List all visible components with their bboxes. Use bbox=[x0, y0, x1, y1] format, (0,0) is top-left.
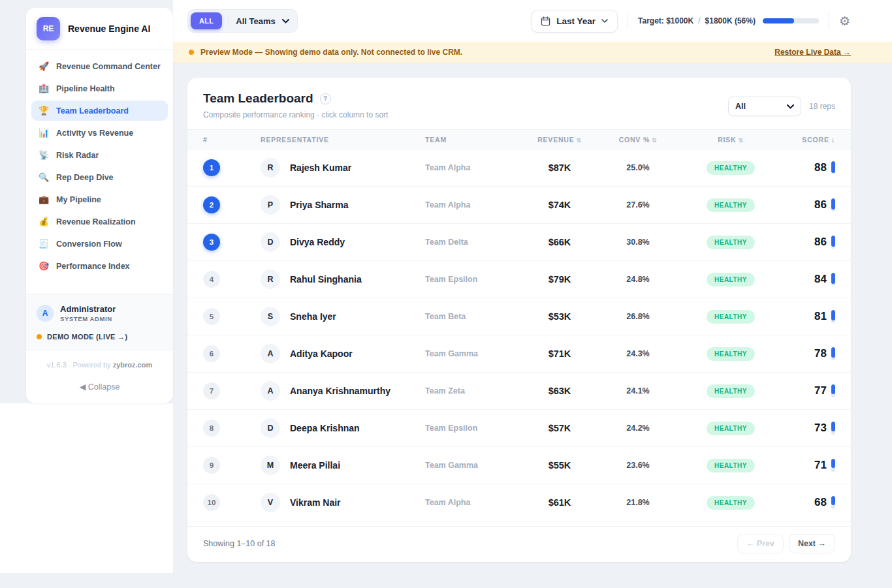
conv-value: 24.8% bbox=[596, 275, 680, 284]
leaderboard-row[interactable]: 4 R Rahul Singhania Team Epsilon $79K 24… bbox=[187, 261, 851, 298]
target-progress-bar bbox=[763, 18, 819, 23]
column-header-revenue[interactable]: REVENUE⇅ bbox=[523, 136, 596, 144]
next-page-button[interactable]: Next → bbox=[789, 534, 835, 553]
sidebar-item-risk-radar[interactable]: 📡 Risk Radar bbox=[31, 145, 168, 165]
version-info: v1.6.3 · Powered by zybroz.com bbox=[26, 350, 173, 371]
rank-badge: 10 bbox=[203, 494, 220, 511]
target-current: Target: $1000K bbox=[638, 16, 693, 25]
nav-item-label: Performance Index bbox=[56, 262, 130, 271]
sidebar-item-conversion-flow[interactable]: 🧾 Conversion Flow bbox=[31, 234, 168, 254]
rep-avatar: M bbox=[261, 456, 280, 475]
leaderboard-row[interactable]: 2 P Priya Sharma Team Alpha $74K 27.6% H… bbox=[187, 187, 851, 224]
card-header: Team Leaderboard ? Composite performance… bbox=[187, 78, 851, 129]
conv-value: 27.6% bbox=[596, 200, 680, 209]
gear-icon[interactable]: ⚙ bbox=[839, 15, 850, 27]
score-value: 73 bbox=[814, 422, 827, 435]
leaderboard-row[interactable]: 1 R Rajesh Kumar Team Alpha $87K 25.0% H… bbox=[187, 149, 851, 187]
risk-filter-value: All bbox=[735, 102, 746, 111]
column-header-representative[interactable]: REPRESENTATIVE bbox=[261, 136, 425, 144]
risk-filter-select[interactable]: All bbox=[728, 97, 801, 116]
nav-item-icon: 🏆 bbox=[38, 106, 50, 116]
team-name: Team Epsilon bbox=[425, 424, 523, 433]
target-summary: Target: $1000K / $1800K (56%) bbox=[638, 16, 819, 25]
leaderboard-row[interactable]: 7 A Ananya Krishnamurthy Team Zeta $63K … bbox=[187, 373, 851, 410]
main-area: ALL All Teams Last Year Target: $1000K /… bbox=[173, 0, 892, 573]
rank-badge: 9 bbox=[203, 457, 220, 474]
conv-value: 21.8% bbox=[596, 498, 680, 507]
team-filter-dropdown[interactable]: ALL All Teams bbox=[187, 9, 298, 33]
team-filter-label: All Teams bbox=[236, 16, 275, 26]
card-subtitle: Composite performance ranking · click co… bbox=[203, 110, 388, 119]
leaderboard-row[interactable]: 8 D Deepa Krishnan Team Epsilon $57K 24.… bbox=[187, 410, 851, 447]
conv-value: 24.2% bbox=[596, 424, 680, 433]
revenue-value: $61K bbox=[523, 497, 596, 508]
rep-avatar: A bbox=[261, 344, 280, 364]
chevron-down-icon bbox=[282, 19, 289, 23]
chevron-down-icon bbox=[601, 19, 608, 23]
banner-message: Preview Mode — Showing demo data only. N… bbox=[200, 48, 462, 57]
calendar-icon bbox=[541, 16, 550, 26]
collapse-sidebar-button[interactable]: ◀ Collapse bbox=[26, 371, 173, 403]
sidebar-item-my-pipeline[interactable]: 💼 My Pipeline bbox=[31, 189, 168, 209]
score-bar bbox=[831, 161, 835, 174]
leaderboard-row[interactable]: 6 A Aditya Kapoor Team Gamma $71K 24.3% … bbox=[187, 335, 851, 373]
user-profile[interactable]: A Administrator SYSTEM ADMIN bbox=[26, 295, 173, 328]
leaderboard-row[interactable]: 5 S Sneha Iyer Team Beta $53K 26.8% HEAL… bbox=[187, 298, 851, 335]
score-bar bbox=[831, 273, 835, 286]
score-value: 78 bbox=[814, 347, 827, 360]
avatar: A bbox=[37, 305, 54, 322]
prev-page-button[interactable]: ← Prev bbox=[737, 534, 784, 553]
demo-mode-toggle[interactable]: DEMO MODE (LIVE →) bbox=[26, 328, 173, 350]
rep-name: Aditya Kapoor bbox=[290, 348, 353, 359]
preview-mode-banner: Preview Mode — Showing demo data only. N… bbox=[173, 42, 892, 63]
rank-badge: 6 bbox=[203, 345, 220, 362]
score-bar bbox=[831, 198, 835, 211]
period-dropdown[interactable]: Last Year bbox=[531, 10, 618, 33]
team-name: Team Gamma bbox=[425, 349, 523, 358]
leaderboard-row[interactable]: 3 D Divya Reddy Team Delta $66K 30.8% HE… bbox=[187, 224, 851, 261]
rank-badge: 4 bbox=[203, 271, 220, 288]
sidebar-item-rep-deep-dive[interactable]: 🔍 Rep Deep Dive bbox=[31, 167, 168, 187]
divider bbox=[829, 12, 829, 29]
rep-name: Priya Sharma bbox=[290, 200, 349, 210]
table-header-row: # REPRESENTATIVE TEAM REVENUE⇅ CONV %⇅ R… bbox=[187, 129, 851, 149]
conv-value: 26.8% bbox=[596, 312, 680, 321]
rank-badge: 7 bbox=[203, 382, 220, 399]
target-progress-fill bbox=[763, 18, 794, 23]
nav-item-icon: 🚀 bbox=[38, 61, 50, 71]
target-separator: / bbox=[698, 16, 700, 25]
sort-down-icon: ↓ bbox=[831, 136, 835, 144]
rep-avatar: D bbox=[261, 232, 280, 252]
leaderboard-card: Team Leaderboard ? Composite performance… bbox=[187, 78, 851, 562]
score-value: 84 bbox=[814, 273, 827, 286]
column-header-conv[interactable]: CONV %⇅ bbox=[596, 136, 680, 144]
toolbar-right: Last Year Target: $1000K / $1800K (56%) … bbox=[531, 10, 850, 33]
sidebar-item-performance-index[interactable]: 🎯 Performance Index bbox=[31, 256, 168, 276]
nav-item-label: Pipeline Health bbox=[56, 84, 115, 93]
column-header-team[interactable]: TEAM bbox=[425, 136, 523, 144]
restore-live-data-link[interactable]: Restore Live Data → bbox=[774, 48, 851, 57]
sidebar-item-revenue-realization[interactable]: 💰 Revenue Realization bbox=[31, 211, 168, 232]
leaderboard-row[interactable]: 10 V Vikram Nair Team Alpha $61K 21.8% H… bbox=[187, 484, 851, 521]
revenue-value: $57K bbox=[523, 423, 596, 433]
sidebar-item-team-leaderboard[interactable]: 🏆 Team Leaderboard bbox=[31, 101, 168, 121]
period-label: Last Year bbox=[556, 16, 596, 26]
sidebar-item-pipeline-health[interactable]: 🏥 Pipeline Health bbox=[31, 78, 168, 99]
vendor-link[interactable]: zybroz.com bbox=[113, 361, 153, 369]
score-value: 71 bbox=[814, 459, 827, 472]
leaderboard-row[interactable]: 9 M Meera Pillai Team Gamma $55K 23.6% H… bbox=[187, 447, 851, 484]
sort-icon: ⇅ bbox=[652, 137, 657, 144]
rep-name: Ananya Krishnamurthy bbox=[290, 386, 390, 396]
rep-avatar: D bbox=[261, 418, 280, 438]
top-toolbar: ALL All Teams Last Year Target: $1000K /… bbox=[173, 0, 892, 42]
column-header-risk[interactable]: RISK⇅ bbox=[680, 136, 782, 144]
rep-name: Rahul Singhania bbox=[290, 274, 362, 285]
app-name: Revenue Engine AI bbox=[68, 23, 150, 34]
conv-value: 25.0% bbox=[596, 163, 680, 172]
help-icon[interactable]: ? bbox=[320, 93, 331, 104]
team-name: Team Epsilon bbox=[425, 275, 523, 284]
user-section: A Administrator SYSTEM ADMIN DEMO MODE (… bbox=[26, 294, 173, 350]
sidebar-item-activity-vs-revenue[interactable]: 📊 Activity vs Revenue bbox=[31, 123, 168, 143]
sidebar-item-revenue-command-center[interactable]: 🚀 Revenue Command Center bbox=[31, 56, 168, 76]
column-header-score[interactable]: SCORE↓ bbox=[782, 136, 835, 144]
